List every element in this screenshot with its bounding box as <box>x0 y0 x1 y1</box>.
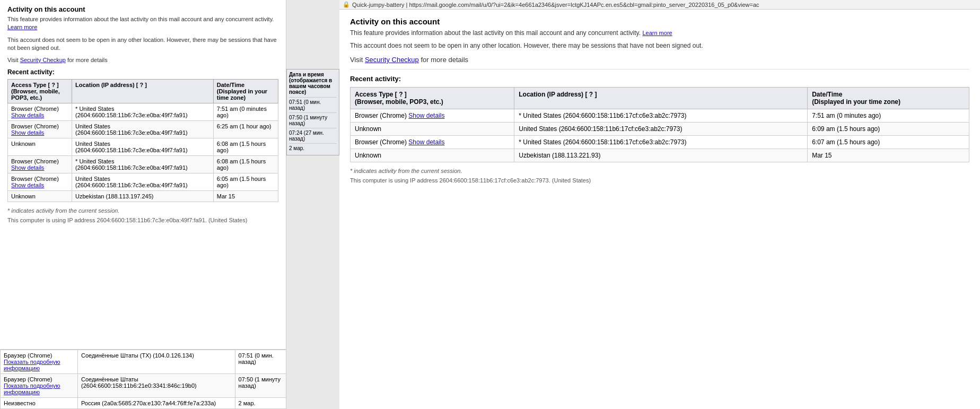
show-details-link[interactable]: Show details <box>11 164 44 171</box>
russian-row-access: Браузер (Chrome) Показать подробную инфо… <box>1 350 78 374</box>
security-checkup-link-left[interactable]: Security Checkup <box>20 57 66 63</box>
left-ip-note: This computer is using IP address 2604:6… <box>7 217 278 223</box>
right-recent-label: Recent activity: <box>350 75 969 83</box>
table-row: Unknown <box>8 190 72 202</box>
middle-panel: − × Nhk9jWUUSA:r... почты, а in Дата и в… <box>286 0 339 409</box>
datetime-overlay: Дата и время (отображается в вашем часов… <box>286 69 339 155</box>
left-th-datetime: Date/Time (Displayed in your time zone) <box>213 79 278 103</box>
datetime-cell: Mar 15 <box>213 190 278 202</box>
location-cell: United States (2604:6600:158:11b6:17cf:c… <box>514 123 808 136</box>
show-details-link[interactable]: Show details <box>408 138 444 146</box>
russian-show-details-link[interactable]: Показать подробную информацию <box>4 359 60 371</box>
right-th-datetime: Date/Time (Displayed in your time zone) <box>808 88 969 109</box>
russian-location-cell: Соединённые Штаты (2604:6600:158:11b6:21… <box>77 374 235 398</box>
table-row: Unknown <box>8 138 72 155</box>
location-cell: * United States (2604:6600:158:11b6:17cf… <box>514 136 808 149</box>
left-visit-security: Visit Security Checkup for more details <box>7 57 278 63</box>
location-cell: Uzbekistan (188.113.221.93) <box>514 149 808 162</box>
left-panel: Activity on this account This feature pr… <box>0 0 286 409</box>
security-checkup-link-right[interactable]: Security Checkup <box>365 56 419 64</box>
left-panel-desc-text: This feature provides information about … <box>7 16 274 22</box>
right-th-location: Location (IP address) [ ? ] <box>514 88 808 109</box>
datetime-cell: Mar 15 <box>808 149 969 162</box>
right-activity-table: Access Type [ ? ] (Browser, mobile, POP3… <box>350 87 969 162</box>
russian-table-area: Браузер (Chrome) Показать подробную инфо… <box>0 349 286 409</box>
datetime-cell: 6:25 am (1 hour ago) <box>213 120 278 138</box>
location-cell: * United States (2604:6600:158:11b6:7c3e… <box>72 155 214 173</box>
datetime-cell: 7:51 am (0 minutes ago) <box>213 103 278 120</box>
location-cell: United States (2604:6600:158:11b6:7c3e:e… <box>72 138 214 155</box>
datetime-cell: 6:09 am (1.5 hours ago) <box>808 123 969 136</box>
show-details-link[interactable]: Show details <box>11 182 44 188</box>
right-visit-security: Visit Security Checkup for more details <box>350 56 969 64</box>
dt-row-3: 07:24 (27 мин. назад) <box>289 128 337 143</box>
dt-header: Дата и время (отображается в вашем часов… <box>289 72 337 95</box>
russian-datetime-cell: 07:51 (0 мин. назад) <box>235 350 286 374</box>
table-row: Browser (Chrome) Show details <box>351 109 514 123</box>
table-row: Browser (Chrome) Show details <box>351 136 514 149</box>
location-cell: United States (2604:6600:158:11b6:7c3e:e… <box>72 120 214 138</box>
left-panel-note: This account does not seem to be open in… <box>7 36 278 53</box>
datetime-cell: 6:05 am (1.5 hours ago) <box>213 173 278 190</box>
datetime-cell: 6:07 am (1.5 hours ago) <box>808 136 969 149</box>
russian-row-access: Браузер (Chrome) Показать подробную инфо… <box>1 374 78 398</box>
russian-location-cell: Россия (2a0a:5685:270a:e130:7a44:76ff:fe… <box>77 398 235 409</box>
location-cell: * United States (2604:6600:158:11b6:17cf… <box>514 109 808 123</box>
show-details-link[interactable]: Show details <box>11 112 44 118</box>
left-th-location: Location (IP address) [ ? ] <box>72 79 214 103</box>
left-recent-label: Recent activity: <box>7 68 278 76</box>
show-details-link[interactable]: Show details <box>11 129 44 136</box>
location-cell: United States (2604:6600:158:11b6:7c3e:e… <box>72 173 214 190</box>
left-panel-desc: This feature provides information about … <box>7 15 278 32</box>
table-row: Unknown <box>351 149 514 162</box>
browser-bar: 🔒 Quick-jumpy-battery | https://mail.goo… <box>339 0 980 10</box>
dt-row-2: 07:50 (1 минуту назад) <box>289 112 337 128</box>
russian-table: Браузер (Chrome) Показать подробную инфо… <box>0 350 286 409</box>
right-content: Activity on this account This feature pr… <box>339 10 980 409</box>
russian-show-details-link[interactable]: Показать подробную информацию <box>4 382 60 395</box>
left-th-access: Access Type [ ? ] (Browser, mobile, POP3… <box>8 79 72 103</box>
table-row: Unknown <box>351 123 514 136</box>
right-panel-title: Activity on this account <box>350 17 969 26</box>
right-th-access: Access Type [ ? ] (Browser, mobile, POP3… <box>351 88 514 109</box>
right-panel-desc: This feature provides information about … <box>350 29 969 37</box>
dt-row-1: 07:51 (0 мин. назад) <box>289 97 337 112</box>
dt-row-4: 2 мар. <box>289 143 337 153</box>
datetime-cell: 7:51 am (0 minutes ago) <box>808 109 969 123</box>
left-footnote: * indicates activity from the current se… <box>7 207 278 214</box>
datetime-cell: 6:08 am (1.5 hours ago) <box>213 155 278 173</box>
russian-datetime-cell: 07:50 (1 минуту назад) <box>235 374 286 398</box>
table-row: Browser (Chrome) Show details <box>8 173 72 190</box>
table-row: Browser (Chrome) Show details <box>8 155 72 173</box>
left-panel-title: Activity on this account <box>7 5 278 13</box>
browser-url: Quick-jumpy-battery | https://mail.googl… <box>352 2 759 8</box>
location-cell: * United States (2604:6600:158:11b6:7c3e… <box>72 103 214 120</box>
lock-icon: 🔒 <box>343 1 350 8</box>
russian-datetime-cell: 2 мар. <box>235 398 286 409</box>
table-row: Browser (Chrome) Show details <box>8 103 72 120</box>
show-details-link[interactable]: Show details <box>408 112 444 119</box>
datetime-cell: 6:08 am (1.5 hours ago) <box>213 138 278 155</box>
right-note: This account does not seem to be open in… <box>350 41 969 50</box>
right-footnote: * indicates activity from the current se… <box>350 168 969 174</box>
right-ip-note: This computer is using IP address 2604:6… <box>350 177 969 184</box>
location-cell: Uzbekistan (188.113.197.245) <box>72 190 214 202</box>
table-row: Browser (Chrome) Show details <box>8 120 72 138</box>
section-divider <box>350 69 969 69</box>
right-panel: 🔒 Quick-jumpy-battery | https://mail.goo… <box>339 0 980 409</box>
russian-location-cell: Соединённые Штаты (TX) (104.0.126.134) <box>77 350 235 374</box>
russian-row-access: Неизвестно <box>1 398 78 409</box>
learn-more-link-right[interactable]: Learn more <box>642 30 672 36</box>
learn-more-link-left[interactable]: Learn more <box>7 24 37 30</box>
left-activity-table: Access Type [ ? ] (Browser, mobile, POP3… <box>7 79 278 202</box>
